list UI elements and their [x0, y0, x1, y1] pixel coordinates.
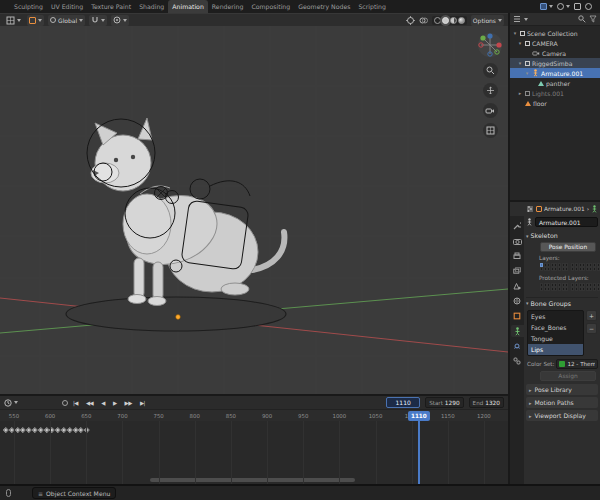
timeline-editor-icon[interactable] [4, 399, 12, 407]
rendered-shading-icon[interactable] [458, 17, 465, 24]
outliner-editor-icon[interactable] [513, 15, 521, 23]
workspace-tab-animation[interactable]: Animation [168, 0, 208, 13]
datablock-name-field[interactable]: Armature.001 [535, 217, 598, 227]
assign-button[interactable]: Assign [540, 371, 596, 381]
show-gizmo-icon[interactable] [406, 16, 415, 25]
layer-cell[interactable] [547, 267, 550, 271]
layer-cell[interactable] [551, 287, 554, 291]
outliner-item-panther[interactable]: panther [510, 78, 600, 88]
play-reverse-button[interactable]: ◀ [98, 397, 108, 409]
layer-cell[interactable] [544, 287, 547, 291]
frame-end-field[interactable]: End 1320 [469, 397, 504, 408]
overlays-icon[interactable] [419, 16, 428, 25]
outliner-item-camera-collection[interactable]: ▾ CAMERA [510, 38, 600, 48]
layer-cell[interactable] [586, 267, 589, 271]
layer-cell[interactable] [565, 283, 568, 287]
keyframe-diamond[interactable] [73, 427, 78, 432]
layer-cell[interactable] [597, 283, 600, 287]
tab-output[interactable] [511, 250, 524, 262]
keyframe-diamond[interactable] [79, 427, 84, 432]
layer-cell[interactable] [554, 263, 557, 267]
tab-tool[interactable] [511, 220, 524, 232]
layer-cell[interactable] [579, 267, 582, 271]
layer-cell[interactable] [554, 267, 557, 271]
breadcrumb-object-name[interactable]: Armature.001 [544, 206, 585, 212]
snap-toggle[interactable] [89, 15, 107, 26]
layer-cell[interactable] [597, 263, 600, 267]
frame-start-field[interactable]: Start 1290 [425, 397, 463, 408]
layer-cell[interactable] [540, 283, 543, 287]
playhead-line[interactable] [418, 421, 420, 484]
layer-cell[interactable] [540, 287, 543, 291]
layer-cell[interactable] [582, 283, 585, 287]
workspace-tab-uv-editing[interactable]: UV Editing [47, 0, 87, 13]
layer-cell[interactable] [571, 283, 574, 287]
workspace-tab-shading[interactable]: Shading [135, 0, 168, 13]
keyframe-diamond[interactable] [44, 427, 49, 432]
proportional-editing-toggle[interactable] [111, 15, 129, 26]
layer-cell[interactable] [571, 267, 574, 271]
layer-cell[interactable] [558, 287, 561, 291]
add-bone-group-button[interactable]: + [586, 310, 597, 321]
layer-cell[interactable] [579, 283, 582, 287]
tab-object-data-armature[interactable] [511, 325, 524, 337]
zoom-button[interactable] [483, 63, 498, 78]
layer-cell[interactable] [554, 287, 557, 291]
remove-bone-group-button[interactable]: − [586, 323, 597, 334]
layer-cell[interactable] [582, 287, 585, 291]
mode-selector[interactable] [27, 15, 44, 26]
panel-pose-library[interactable]: ▸ Pose Library [526, 384, 598, 395]
timeline-body[interactable] [0, 421, 508, 484]
keyframe-diamond[interactable] [67, 427, 72, 432]
filter-icon[interactable] [589, 15, 597, 23]
keyframe-diamond[interactable] [38, 427, 43, 432]
workspace-tab-scripting[interactable]: Scripting [354, 0, 390, 13]
bone-groups-list[interactable]: Eyes Face_Bones Tongue Lips [527, 310, 584, 356]
material-shading-icon[interactable] [450, 17, 457, 24]
outliner-item-scene-collection[interactable]: ▾ Scene Collection [510, 28, 600, 38]
remove-scene-icon[interactable] [585, 3, 592, 10]
layer-cell[interactable] [575, 267, 578, 271]
transform-orientation-selector[interactable]: Global [48, 15, 85, 26]
workspace-tab-sculpting[interactable]: Sculpting [10, 0, 47, 13]
solid-shading-icon[interactable] [442, 17, 449, 24]
tab-constraints[interactable] [511, 355, 524, 367]
wireframe-shading-icon[interactable] [434, 17, 441, 24]
keyframe-diamond[interactable] [32, 427, 37, 432]
tab-physics[interactable] [511, 340, 524, 352]
layer-cell[interactable] [540, 263, 543, 267]
tab-world[interactable] [511, 295, 524, 307]
timeline-scrollbar[interactable] [150, 478, 355, 482]
layer-cell[interactable] [558, 267, 561, 271]
jump-to-start-button[interactable]: |◀ [70, 397, 81, 409]
layer-cell[interactable] [562, 287, 565, 291]
layer-cell[interactable] [558, 283, 561, 287]
options-button[interactable]: Options [471, 15, 504, 26]
layer-cell[interactable] [565, 287, 568, 291]
view-layer-selector[interactable] [557, 3, 570, 10]
expander-icon[interactable]: ▾ [512, 30, 518, 36]
layer-cell[interactable] [547, 263, 550, 267]
keyframe-diamond[interactable] [21, 427, 26, 432]
expander-icon[interactable]: ▾ [517, 40, 523, 46]
layer-cell[interactable] [551, 263, 554, 267]
layer-cell[interactable] [593, 287, 596, 291]
outliner-item-armature[interactable]: ▾ Armature.001 [510, 68, 600, 78]
keyframe-diamond[interactable] [26, 427, 31, 432]
skeleton-section-header[interactable]: ▾ Skeleton [526, 230, 598, 241]
camera-view-button[interactable] [483, 103, 498, 118]
keyframe-diamond[interactable] [61, 427, 66, 432]
layer-cell[interactable] [558, 263, 561, 267]
layer-cell[interactable] [597, 287, 600, 291]
viewport-3d[interactable] [0, 26, 508, 394]
last-operator-panel[interactable]: ≡ Object Context Menu [32, 487, 116, 499]
editor-type-button[interactable] [4, 15, 23, 26]
layer-cell[interactable] [593, 283, 596, 287]
search-icon[interactable] [578, 15, 586, 23]
layer-cell[interactable] [544, 267, 547, 271]
layer-cell[interactable] [562, 267, 565, 271]
next-keyframe-button[interactable]: ▶▶ [122, 397, 135, 409]
layer-cell[interactable] [582, 263, 585, 267]
panel-viewport-display[interactable]: ▸ Viewport Display [526, 410, 598, 421]
expander-icon[interactable]: ▸ [517, 90, 523, 96]
